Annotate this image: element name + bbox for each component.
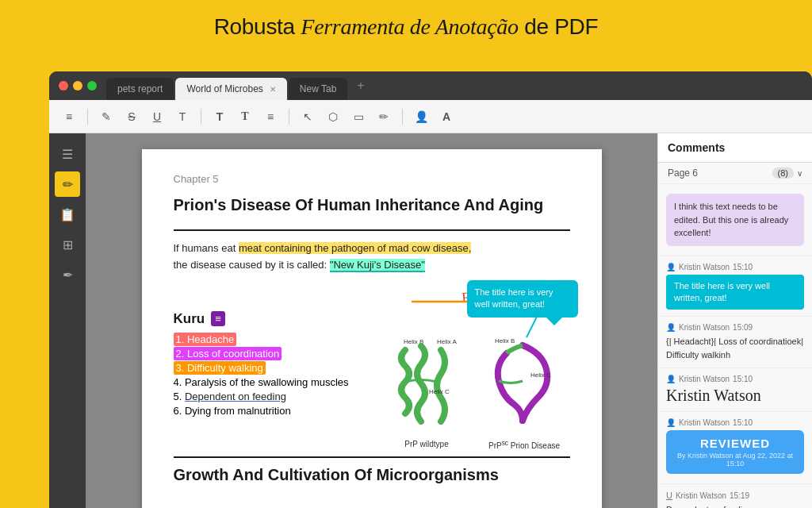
comment-4-time: 15:10 [733,375,753,383]
toolbar-text2-icon[interactable]: T [209,106,230,127]
tab-close-icon[interactable]: ✕ [270,85,276,94]
comment-1-text: I think this text needs to be edited. Bu… [674,202,788,237]
heading-1-container: Prion's Disease Of Human Inheritance And… [174,194,570,231]
symptom-3-text: 3. Difficulty walking [174,361,266,375]
comment-3: 👤 Kristin Watson 15:09 {| Headacht}| Los… [658,317,812,368]
comment-2-author: 👤 Kristin Watson 15:10 [666,263,804,271]
comments-list: I think this text needs to be edited. Bu… [658,184,812,508]
comment-6-name: Kristin Watson [676,491,726,500]
comment-6-time: 15:19 [730,491,749,500]
toolbar-strikethrough-icon[interactable]: S [121,106,142,127]
symptom-3: 3. Difficulty walking [174,362,373,374]
sidebar-pages-icon[interactable]: ☰ [55,141,80,167]
protein-wildtype: Helix B Helix A Helix C PrP wildtype [381,334,473,448]
tab-pets-report[interactable]: pets report [106,78,174,100]
tab-label: World of Microbes [186,83,262,94]
pdf-viewer[interactable]: Chapter 5 Prion's Disease Of Human Inher… [86,133,657,508]
symptom-4: 4. Paralysis of the swallowing muscles [174,376,373,388]
comment-2-name: Kristin Watson [679,263,730,271]
page-info[interactable]: Page 6 (8) ∨ [658,163,812,184]
comments-header: Comments [658,133,812,163]
chapter-label: Chapter 5 [174,173,570,185]
new-tab-button[interactable]: + [349,79,372,93]
pdf-body-1: If humans eat meat containing the pathog… [174,241,570,274]
tab-bar: pets report World of Microbes ✕ New Tab … [106,71,812,100]
tab-label: pets report [117,83,163,94]
toolbar-color-icon[interactable]: A [436,106,457,127]
toolbar-pencil-icon[interactable]: ✏ [373,106,394,127]
chevron-icon[interactable]: ∨ [797,169,802,178]
close-button[interactable] [59,81,68,90]
comment-2-time: 15:10 [733,263,753,271]
highlighted-text-yellow: meat containing the pathogen of mad cow … [239,242,471,254]
reviewed-badge: REVIEWED By Kristin Watson at Aug 22, 20… [666,430,804,474]
symptom-5: 5. Dependent on feeding [174,391,373,402]
tab-new-tab[interactable]: New Tab [289,78,347,100]
toolbar: ≡ ✎ S U T T T ≡ ↖ ⬡ ▭ ✏ 👤 A [49,100,812,133]
comment-5-time: 15:10 [733,418,753,427]
comment-5-author: 👤 Kristin Watson 15:10 [666,418,804,427]
toolbar-separator2 [201,109,201,125]
protein-diagrams: Helix B Helix A Helix C PrP wildtype [381,333,570,450]
pdf-heading-1: Prion's Disease Of Human Inheritance And… [174,194,570,215]
symptom-1-text: 1. Headache [174,333,237,346]
toolbar-user-icon[interactable]: 👤 [411,106,431,127]
comment-5-avatar: 👤 [666,418,676,427]
toolbar-text-icon[interactable]: T [172,106,193,127]
heading-3-container: Growth And Cultivation Of Microorganisms [174,456,570,485]
svg-text:Helix A: Helix A [437,338,458,345]
symptom-5-text: Dependent on feeding [185,391,286,402]
traffic-lights [49,81,106,90]
toolbar-list-icon[interactable]: ≡ [260,106,281,127]
app-window: pets report World of Microbes ✕ New Tab … [49,71,812,508]
toolbar-underline-icon[interactable]: U [147,106,167,127]
toolbar-separator [87,109,88,125]
toolbar-shape-icon[interactable]: ⬡ [323,106,343,127]
comment-2-bubble: The title here is very well written, gre… [666,275,804,310]
symptom-1: 1. Headache [174,333,373,345]
content-area: ☰ ✏ 📋 ⊞ ✒ Chapter 5 Prion's Disease Of H… [49,133,812,508]
comment-2-avatar: 👤 [666,263,676,271]
toolbar-cursor-icon[interactable]: ↖ [297,106,318,127]
minimize-button[interactable] [73,81,82,90]
sidebar-sign-icon[interactable]: ✒ [55,262,80,287]
tab-world-of-microbes[interactable]: World of Microbes ✕ [175,78,286,100]
wildtype-svg: Helix B Helix A Helix C [381,334,473,433]
comment-4-name: Kristin Watson [679,375,730,383]
sidebar-sticky-icon[interactable]: 📋 [55,202,80,227]
toolbar-layout-icon[interactable]: ≡ [59,106,79,127]
symptoms-container: 1. Headache 2. Loss of coordination 3. D… [174,333,373,425]
disease-label: PrPsc Prion Disease [479,439,570,450]
svg-text:Helix C: Helix C [429,388,450,395]
disease-svg: Helix B Helix C [479,333,570,433]
comment-2-text: The title here is very well written, gre… [674,281,770,302]
toolbar-text3-icon[interactable]: T [235,106,255,127]
signature-text: Kristin Watson [666,387,761,404]
comment-3-author: 👤 Kristin Watson 15:09 [666,323,804,332]
content-columns: 1. Headache 2. Loss of coordination 3. D… [174,333,570,450]
toolbar-pen-icon[interactable]: ✎ [96,106,117,127]
banner-text: Robusta Ferramenta de Anotação de PDF [0,0,812,51]
comment-2: 👤 Kristin Watson 15:10 The title here is… [658,256,812,318]
tab-label: New Tab [300,83,336,94]
comment-4-author: 👤 Kristin Watson 15:10 [666,375,804,383]
callout-text: The title here is very well written, gre… [475,287,553,309]
banner-prefix: Robusta [214,14,301,39]
sidebar-stamp-icon[interactable]: ⊞ [55,232,80,257]
sidebar-highlight-icon[interactable]: ✏ [55,171,80,197]
note-icon[interactable]: ≡ [211,311,225,326]
callout-bubble: The title here is very well written, gre… [467,280,578,318]
banner-suffix: de PDF [519,14,599,39]
signature-area: Kristin Watson [666,387,804,405]
highlighted-text-cyan: "New Kuji's Disease" [330,259,425,272]
toolbar-rect-icon[interactable]: ▭ [348,106,369,127]
maximize-button[interactable] [87,81,97,90]
toolbar-separator4 [402,109,403,125]
page-label: Page 6 [668,167,698,179]
banner-italic: Ferramenta de Anotação [301,14,518,39]
comment-5: 👤 Kristin Watson 15:10 REVIEWED By Krist… [658,412,812,484]
pdf-page: Chapter 5 Prion's Disease Of Human Inher… [142,149,602,508]
svg-line-6 [527,314,538,337]
comments-title: Comments [668,141,725,154]
wildtype-label: PrP wildtype [381,440,473,448]
